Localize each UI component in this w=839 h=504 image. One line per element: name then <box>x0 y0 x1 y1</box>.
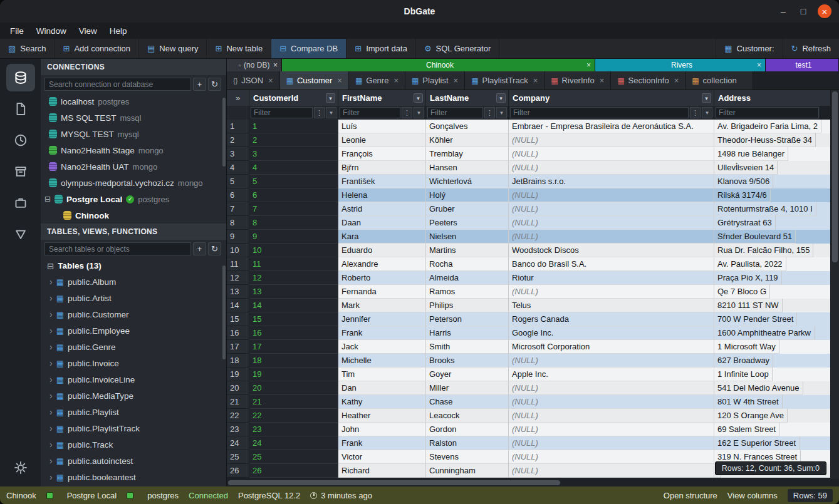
column-dropdown-icon[interactable]: ▾ <box>496 93 506 103</box>
chevron-right-icon[interactable] <box>50 325 53 336</box>
status-item[interactable] <box>127 492 137 499</box>
cell-company[interactable]: (NULL) <box>509 133 714 147</box>
table-row[interactable]: 19 19 Tim Goyer Apple Inc. 1 Infinite Lo… <box>227 368 839 381</box>
row-number[interactable]: 17 <box>227 340 249 354</box>
column-header[interactable]: Address <box>714 90 839 106</box>
row-number[interactable]: 22 <box>227 409 249 423</box>
horizontal-scrollbar-thumb[interactable] <box>228 480 560 485</box>
cell-firstname[interactable]: Leonie <box>338 133 426 147</box>
column-header[interactable]: LastName ▾ <box>426 90 509 106</box>
cell-address[interactable]: 69 Salem Street <box>714 423 779 436</box>
menu-item[interactable]: View <box>73 24 103 38</box>
table-list-item[interactable]: public.Customer <box>41 306 226 322</box>
cell-company[interactable]: (NULL) <box>509 216 714 230</box>
tab-group-close-icon[interactable]: × <box>757 61 761 69</box>
cell-customerid[interactable]: 25 <box>249 450 338 464</box>
table-row[interactable]: 18 18 Michelle Brooks (NULL) 627 Broadwa… <box>227 354 839 368</box>
tab[interactable]: RiverInfo × <box>545 71 611 90</box>
cell-customerid[interactable]: 24 <box>249 436 338 450</box>
vertical-scrollbar-thumb[interactable] <box>832 91 838 262</box>
cell-company[interactable]: (NULL) <box>509 381 714 395</box>
chevron-right-icon[interactable] <box>50 455 53 466</box>
table-list-item[interactable]: public.autoinctest <box>41 453 226 469</box>
cell-firstname[interactable]: Tim <box>338 368 426 381</box>
table-list-item[interactable]: public.PlaylistTrack <box>41 420 226 436</box>
filter-funnel-icon[interactable] <box>702 107 712 118</box>
cell-address[interactable]: Theodor-Heuss-Straße 34 <box>714 133 816 147</box>
row-number[interactable]: 14 <box>227 299 249 312</box>
cell-customerid[interactable]: 14 <box>249 299 338 312</box>
cell-lastname[interactable]: Gordon <box>426 423 509 436</box>
status-item[interactable]: Connected <box>189 491 228 500</box>
column-dropdown-icon[interactable]: ▾ <box>326 93 335 103</box>
cell-firstname[interactable]: Kathy <box>338 395 426 409</box>
menu-item[interactable]: Window <box>30 24 73 38</box>
cell-lastname[interactable]: Peeters <box>426 216 509 230</box>
rail-archive-icon[interactable] <box>6 158 35 185</box>
table-row[interactable]: 21 21 Kathy Chase (NULL) 801 W 4th Stree… <box>227 395 839 409</box>
cell-customerid[interactable]: 18 <box>249 354 338 368</box>
column-dropdown-icon[interactable]: ▾ <box>414 93 423 103</box>
rail-history-icon[interactable] <box>6 126 35 154</box>
table-list-item[interactable]: public.Artist <box>41 290 226 306</box>
table-list-item[interactable]: public.booleantest <box>41 469 226 485</box>
tab-group-close-icon[interactable]: × <box>273 61 278 69</box>
add-table-small-button[interactable]: + <box>193 242 206 255</box>
cell-address[interactable]: 162 E Superior Street <box>714 436 800 450</box>
cell-address[interactable]: Av. Paulista, 2022 <box>714 257 786 271</box>
table-list-item[interactable]: public.Invoice <box>41 355 226 371</box>
cell-lastname[interactable]: Almeida <box>426 271 509 285</box>
minimize-button[interactable]: – <box>778 6 789 16</box>
chevron-right-icon[interactable] <box>50 439 53 450</box>
connection-item[interactable]: ⊟ MYSQL TEST ✓ mysql <box>41 126 226 142</box>
cell-customerid[interactable]: 8 <box>249 216 338 230</box>
cell-firstname[interactable]: Luís <box>338 120 426 133</box>
cell-company[interactable]: (NULL) <box>509 202 714 216</box>
cell-firstname[interactable]: Michelle <box>338 354 426 368</box>
cell-firstname[interactable]: Kara <box>338 230 426 244</box>
tab-close-icon[interactable]: × <box>533 76 538 85</box>
chevron-right-icon[interactable] <box>50 423 53 434</box>
table-list-item[interactable]: public.Track <box>41 436 226 453</box>
cell-address[interactable]: Av. Brigadeiro Faria Lima, 2 <box>714 120 821 133</box>
cell-customerid[interactable]: 9 <box>249 230 338 244</box>
column-dropdown-icon[interactable]: ▾ <box>702 93 711 103</box>
cell-address[interactable]: Ullevĺlsveien 14 <box>714 161 778 175</box>
cell-customerid[interactable]: 26 <box>249 464 338 478</box>
status-item[interactable]: Postgre Local <box>67 491 117 500</box>
table-row[interactable]: 15 15 Jennifer Peterson Rogers Canada 70… <box>227 312 839 326</box>
cell-firstname[interactable]: Roberto <box>338 271 426 285</box>
filter-funnel-icon[interactable] <box>326 107 336 118</box>
cell-customerid[interactable]: 20 <box>249 381 338 395</box>
cell-customerid[interactable]: 5 <box>249 175 338 188</box>
rail-settings-icon[interactable] <box>6 454 35 481</box>
cell-customerid[interactable]: 22 <box>249 409 338 423</box>
cell-address[interactable]: Grétrystraat 63 <box>714 216 776 230</box>
table-row[interactable]: 9 9 Kara Nielsen (NULL) Sřnder Boulevard… <box>227 230 839 244</box>
cell-lastname[interactable]: Ramos <box>426 285 509 299</box>
tab[interactable]: Genre × <box>349 71 405 90</box>
table-row[interactable]: 14 14 Mark Philips Telus 8210 111 ST NW <box>227 299 839 312</box>
status-item[interactable]: Chinook <box>6 491 36 500</box>
table-row[interactable]: 2 2 Leonie Köhler (NULL) Theodor-Heuss-S… <box>227 133 839 147</box>
horizontal-scrollbar[interactable] <box>227 479 830 486</box>
cell-company[interactable]: JetBrains s.r.o. <box>509 175 714 188</box>
tab-close-icon[interactable]: × <box>600 76 605 85</box>
cell-firstname[interactable]: Frank <box>338 436 426 450</box>
row-number[interactable]: 23 <box>227 423 249 436</box>
cell-firstname[interactable]: Daan <box>338 216 426 230</box>
row-number[interactable]: 3 <box>227 147 249 161</box>
table-row[interactable]: 24 24 Frank Ralston (NULL) 162 E Superio… <box>227 436 839 450</box>
toolbar-button[interactable]: Refresh <box>783 39 839 58</box>
tab-close-icon[interactable]: × <box>454 76 459 85</box>
cell-customerid[interactable]: 13 <box>249 285 338 299</box>
cell-company[interactable]: Embraer - Empresa Brasileira de Aeronáut… <box>509 120 714 133</box>
table-row[interactable]: 13 13 Fernanda Ramos (NULL) Qe 7 Bloco G <box>227 285 839 299</box>
cell-customerid[interactable]: 6 <box>249 188 338 202</box>
cell-company[interactable]: (NULL) <box>509 161 714 175</box>
menu-item[interactable]: File <box>4 24 30 38</box>
sidebar-scrollbar-thumb[interactable] <box>222 98 226 167</box>
cell-firstname[interactable]: Heather <box>338 409 426 423</box>
cell-lastname[interactable]: Chase <box>426 395 509 409</box>
filter-menu-icon[interactable] <box>690 107 701 118</box>
